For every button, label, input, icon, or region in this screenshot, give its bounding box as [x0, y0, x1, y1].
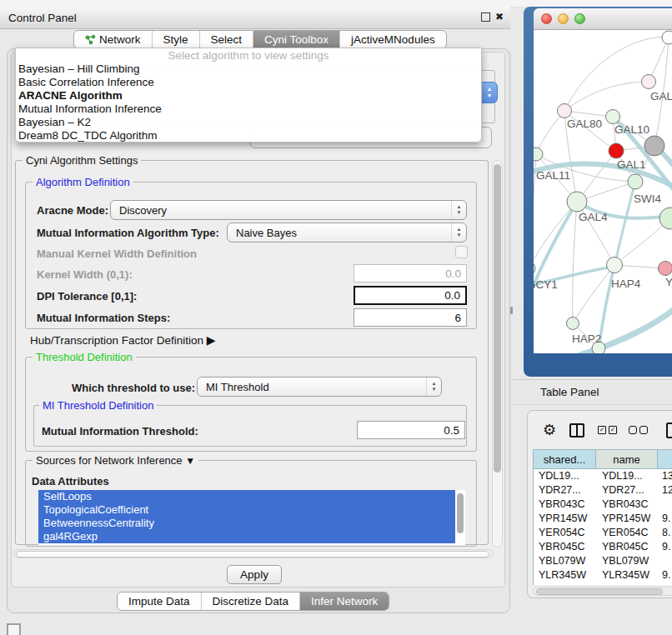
- popup-item[interactable]: Mutual Information Inference: [16, 102, 481, 116]
- columns-icon[interactable]: [569, 423, 584, 438]
- window-zoom-button[interactable]: [574, 13, 585, 24]
- column-header-2[interactable]: name: [596, 449, 658, 469]
- node-gray[interactable]: [644, 136, 664, 156]
- network-edge[interactable]: [536, 111, 564, 154]
- node-gal1[interactable]: [628, 174, 643, 189]
- expanded-arrow-icon[interactable]: ▼: [185, 455, 195, 467]
- node-label: GAL11: [536, 169, 570, 182]
- network-edge[interactable]: [573, 202, 577, 323]
- table-row[interactable]: YLR345WYLR345W9.: [534, 568, 672, 582]
- attribute-item[interactable]: BetweennessCentrality: [38, 517, 455, 530]
- table-row[interactable]: YPR145WYPR145W9.: [534, 512, 672, 526]
- deselect-all-columns-icon[interactable]: [629, 426, 648, 434]
- control-panel-tabbar: NetworkStyleSelectCyni ToolboxjActiveMNo…: [73, 30, 447, 49]
- tab-style[interactable]: Style: [153, 31, 200, 48]
- node-swi4[interactable]: [659, 208, 672, 229]
- manual-kernel-checkbox[interactable]: [455, 246, 468, 258]
- data-attributes-label: Data Attributes: [32, 475, 109, 488]
- node-gal4[interactable]: [567, 192, 587, 212]
- tab-discretize-data[interactable]: Discretize Data: [202, 592, 301, 610]
- mi-threshold-field[interactable]: [357, 421, 465, 439]
- table-cell: [659, 554, 672, 568]
- node-hap4[interactable]: [607, 258, 623, 273]
- tab-infer-network[interactable]: Infer Network: [300, 592, 389, 610]
- kernel-width-field[interactable]: [354, 264, 467, 282]
- table-horizontal-scrollbar[interactable]: [533, 587, 672, 596]
- select-all-columns-icon[interactable]: ✓✓: [598, 426, 617, 434]
- table-cell: YIL052C: [597, 582, 659, 585]
- settings-vertical-scrollbar[interactable]: [492, 160, 503, 548]
- popup-item[interactable]: Bayesian – Hill Climbing: [16, 62, 481, 76]
- node-gal80[interactable]: [558, 104, 572, 118]
- gear-icon[interactable]: ⚙: [543, 422, 556, 438]
- list-scrollbar-thumb[interactable]: [457, 493, 464, 533]
- mi-type-label: Mutual Information Algorithm Type:: [37, 227, 219, 239]
- table-horizontal-scrollbar-thumb[interactable]: [536, 588, 663, 595]
- attribute-item[interactable]: gal4RGexp: [38, 530, 455, 543]
- tab-jactivemnodules[interactable]: jActiveMNodules: [340, 31, 446, 48]
- settings-horizontal-scrollbar[interactable]: [13, 549, 494, 558]
- table-row[interactable]: YDR27...YDR27...12: [534, 483, 672, 498]
- table-cell: 9.: [659, 540, 672, 554]
- table-cell: YER054C: [534, 526, 597, 540]
- control-panel-titlebar: Control Panel ✖: [0, 7, 510, 29]
- network-tab-icon: [85, 35, 96, 45]
- table-row[interactable]: YIL052CYIL052C9: [534, 582, 672, 585]
- settings-horizontal-scrollbar-thumb[interactable]: [16, 551, 489, 558]
- data-attributes-list[interactable]: SelfLoopsTopologicalCoefficientBetweenne…: [38, 490, 465, 545]
- table-row[interactable]: YBR043CYBR043C: [534, 498, 672, 512]
- attribute-item[interactable]: TopologicalCoefficient: [38, 503, 455, 517]
- bottom-tabbar: Impute DataDiscretize DataInfer Network: [117, 592, 389, 611]
- hub-definition-expander[interactable]: Hub/Transcription Factor Definition ▶: [30, 333, 216, 347]
- close-icon[interactable]: ✖: [495, 12, 504, 22]
- tab-select[interactable]: Select: [200, 31, 254, 48]
- window-close-button[interactable]: [541, 13, 552, 24]
- splitter-handle[interactable]: [510, 307, 513, 314]
- which-threshold-combo[interactable]: MI Threshold ▲▼: [197, 377, 442, 397]
- table-cell: YBL079W: [534, 554, 597, 568]
- column-header-3[interactable]: A: [658, 449, 672, 469]
- node-gal10[interactable]: [606, 110, 620, 124]
- dpi-tolerance-field[interactable]: [354, 286, 467, 305]
- node-gal-top[interactable]: [642, 75, 656, 89]
- table-cell: 9.: [659, 568, 672, 582]
- attribute-item[interactable]: SelfLoops: [38, 490, 455, 503]
- node-top[interactable]: [662, 31, 672, 44]
- node-gcy1[interactable]: [534, 262, 535, 275]
- table-row[interactable]: YER054CYER054C8.: [534, 526, 672, 540]
- settings-vertical-scrollbar-thumb[interactable]: [494, 164, 501, 472]
- table-icon[interactable]: [666, 422, 672, 438]
- collapsed-panel-icon[interactable]: [7, 623, 21, 635]
- column-header-1[interactable]: shared...: [533, 449, 596, 469]
- control-panel-title: Control Panel: [8, 12, 77, 24]
- aracne-mode-combo[interactable]: Discovery ▲▼: [110, 200, 467, 220]
- apply-button[interactable]: Apply: [227, 565, 282, 584]
- popup-item[interactable]: Dream8 DC_TDC Algorithm: [16, 129, 481, 142]
- node-hap2[interactable]: [567, 318, 579, 330]
- table-cell: [659, 498, 672, 512]
- node-gal11[interactable]: [534, 148, 543, 161]
- network-graph[interactable]: GALGAL80GAL10GAL1GAL11SWI4GAL4GCY1HAP4YH…: [534, 30, 672, 353]
- tab-cyni-toolbox[interactable]: Cyni Toolbox: [253, 31, 340, 48]
- mi-steps-field[interactable]: [354, 308, 467, 327]
- mi-type-combo[interactable]: Naive Bayes ▲▼: [227, 222, 467, 242]
- popup-item[interactable]: Bayesian – K2: [16, 116, 481, 129]
- node-red[interactable]: [609, 143, 624, 158]
- tab-network[interactable]: Network: [74, 31, 153, 48]
- node-rose[interactable]: [659, 262, 672, 276]
- tab-impute-data[interactable]: Impute Data: [118, 592, 202, 610]
- network-view[interactable]: GALGAL80GAL10GAL1GAL11SWI4GAL4GCY1HAP4YH…: [534, 30, 672, 353]
- table-row[interactable]: YDL19...YDL19...13: [534, 469, 672, 483]
- table-row[interactable]: YBR045CYBR045C9.: [534, 540, 672, 554]
- network-edge[interactable]: [567, 305, 672, 353]
- float-icon[interactable]: [481, 12, 490, 22]
- table-row[interactable]: YBL079WYBL079W: [534, 554, 672, 568]
- window-minimize-button[interactable]: [558, 13, 569, 24]
- network-edge[interactable]: [564, 82, 649, 111]
- network-window-titlebar[interactable]: [534, 8, 672, 30]
- popup-item[interactable]: ARACNE Algorithm: [16, 89, 481, 102]
- table-cell: YER054C: [597, 526, 659, 540]
- algorithm-definition-title: Algorithm Definition: [33, 176, 133, 188]
- combo-spinner-fragment[interactable]: ▲▼: [481, 82, 498, 103]
- popup-item[interactable]: Basic Correlation Inference: [16, 76, 481, 89]
